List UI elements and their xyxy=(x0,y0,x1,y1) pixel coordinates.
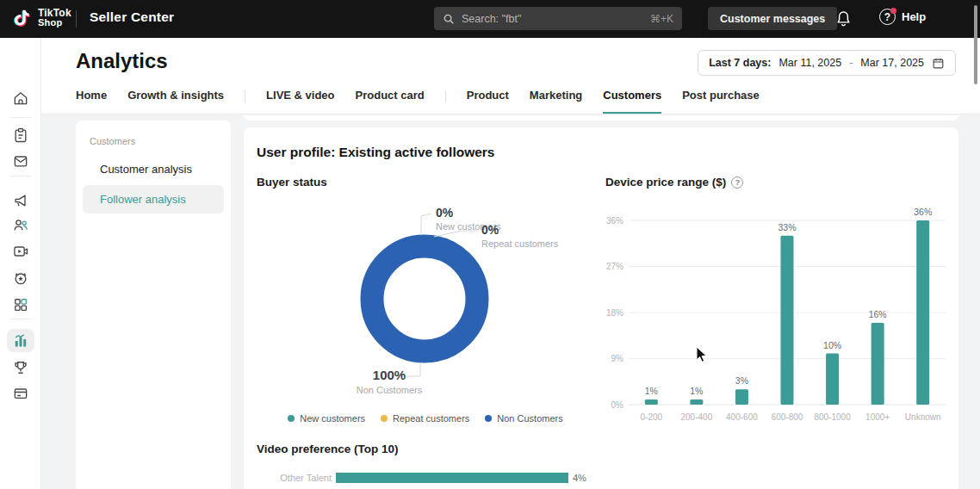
section-title: User profile: Existing active followers xyxy=(257,145,495,160)
analytics-tabs: HomeGrowth & insightsLIVE & videoProduct… xyxy=(76,84,760,114)
svg-text:36%: 36% xyxy=(606,216,623,226)
svg-text:0%: 0% xyxy=(436,206,454,220)
legend-item-non-customers: Non Customers xyxy=(485,413,562,424)
analytics-chart-icon[interactable] xyxy=(12,332,29,350)
search-placeholder: Search: "fbt" xyxy=(462,13,643,25)
svg-text:0%: 0% xyxy=(481,223,499,237)
hbar-category-label: Other Talent xyxy=(257,473,336,483)
page-title: Analytics xyxy=(76,49,168,73)
buyer-status-donut-chart: 0%New customers0%Repeat customers100%Non… xyxy=(257,194,594,405)
live-video-icon[interactable] xyxy=(12,243,29,260)
hbar-bar[interactable] xyxy=(336,473,568,483)
apps-grid-icon[interactable] xyxy=(12,296,29,313)
search-input[interactable]: Search: "fbt" ⌘+K xyxy=(434,7,682,30)
help-button[interactable]: ? Help xyxy=(879,9,926,25)
rewards-trophy-icon[interactable] xyxy=(12,359,29,376)
alarm-clock-icon[interactable] xyxy=(12,269,29,287)
svg-text:400-600: 400-600 xyxy=(726,412,758,422)
svg-text:1%: 1% xyxy=(645,386,658,396)
sidebar-item-customer-analysis[interactable]: Customer analysis xyxy=(83,155,224,183)
legend-dot xyxy=(485,415,492,422)
date-range-separator: - xyxy=(849,57,853,69)
tab-home[interactable]: Home xyxy=(76,89,107,114)
svg-text:18%: 18% xyxy=(606,308,623,318)
legend-dot xyxy=(288,415,295,422)
sidebar-group-label: Customers xyxy=(90,136,231,146)
legend-dot xyxy=(381,415,388,422)
legend-item-new-customers: New customers xyxy=(288,413,365,424)
svg-text:1%: 1% xyxy=(690,386,703,396)
svg-text:1000+: 1000+ xyxy=(865,412,890,422)
rail-divider xyxy=(10,117,31,118)
seller-center-page: TikTok Shop Seller Center Search: "fbt" … xyxy=(0,0,980,489)
tab-marketing[interactable]: Marketing xyxy=(530,89,582,114)
svg-text:10%: 10% xyxy=(823,340,841,350)
search-shortcut: ⌘+K xyxy=(650,13,673,25)
tab-post-purchase[interactable]: Post purchase xyxy=(682,89,760,114)
svg-text:0-200: 0-200 xyxy=(640,412,662,422)
svg-text:16%: 16% xyxy=(869,309,887,319)
svg-text:Repeat customers: Repeat customers xyxy=(481,238,559,249)
device-price-bar-chart: 0%9%18%27%36%1%0-2001%200-4003%400-60033… xyxy=(603,205,952,424)
home-icon[interactable] xyxy=(12,90,29,107)
svg-text:600-800: 600-800 xyxy=(772,412,803,422)
tab-separator xyxy=(245,90,245,102)
scrolled-card-edge xyxy=(244,115,958,121)
hbar-value-label: 4% xyxy=(568,473,586,483)
svg-text:200-400: 200-400 xyxy=(681,412,713,422)
tab-growth-insights[interactable]: Growth & insights xyxy=(127,89,224,114)
affiliates-users-icon[interactable] xyxy=(12,216,29,233)
svg-text:36%: 36% xyxy=(914,207,932,217)
finance-card-icon[interactable] xyxy=(12,385,29,402)
donut-legend: New customersRepeat customersNon Custome… xyxy=(257,413,594,424)
mouse-cursor xyxy=(696,346,708,367)
svg-text:0%: 0% xyxy=(611,400,624,410)
device-price-title: Device price range ($) ? xyxy=(605,176,743,189)
svg-text:33%: 33% xyxy=(778,222,796,232)
page-scrollbar[interactable] xyxy=(974,5,977,84)
tab-product-card[interactable]: Product card xyxy=(356,89,425,114)
customers-sidebar: Customers Customer analysisFollower anal… xyxy=(76,121,231,489)
calendar-icon xyxy=(932,57,945,70)
tiktok-note-icon xyxy=(12,7,33,29)
buyer-status-title: Buyer status xyxy=(257,176,327,189)
rail-divider xyxy=(10,319,31,319)
analytics-header: Analytics Last 7 days: Mar 11, 2025 - Ma… xyxy=(41,38,980,115)
svg-text:9%: 9% xyxy=(611,354,624,363)
svg-text:3%: 3% xyxy=(735,375,748,386)
date-range-end: Mar 17, 2025 xyxy=(860,57,924,69)
tab-live-video[interactable]: LIVE & video xyxy=(266,89,334,114)
top-bar: TikTok Shop Seller Center Search: "fbt" … xyxy=(0,0,980,38)
date-range-label: Last 7 days: xyxy=(709,57,771,69)
orders-clipboard-icon[interactable] xyxy=(12,127,29,144)
rail-divider xyxy=(10,176,31,176)
help-label: Help xyxy=(902,10,926,23)
logo-wordmark: TikTok Shop xyxy=(38,9,71,28)
help-notification-dot xyxy=(890,8,896,14)
tab-product[interactable]: Product xyxy=(467,89,509,114)
app-title: Seller Center xyxy=(90,9,174,25)
date-range-picker[interactable]: Last 7 days: Mar 11, 2025 - Mar 17, 2025 xyxy=(698,50,956,76)
date-range-start: Mar 11, 2025 xyxy=(778,57,841,69)
svg-text:100%: 100% xyxy=(373,368,406,382)
topbar-divider xyxy=(76,10,77,28)
video-preference-title: Video preference (Top 10) xyxy=(257,443,399,455)
notifications-bell-icon[interactable] xyxy=(834,9,853,31)
svg-text:800-1000: 800-1000 xyxy=(814,412,851,422)
svg-text:27%: 27% xyxy=(606,262,623,271)
svg-text:Unknown: Unknown xyxy=(905,412,941,422)
svg-text:Non Customers: Non Customers xyxy=(357,385,423,395)
info-tooltip-icon[interactable]: ? xyxy=(731,176,743,189)
search-icon xyxy=(443,13,455,25)
help-question-icon: ? xyxy=(879,9,896,25)
legend-item-repeat-customers: Repeat customers xyxy=(381,413,469,424)
inbox-mail-icon[interactable] xyxy=(12,152,29,170)
tiktok-shop-logo[interactable]: TikTok Shop xyxy=(12,7,71,29)
customer-messages-button[interactable]: Customer messages xyxy=(708,7,837,30)
promotions-megaphone-icon[interactable] xyxy=(12,192,29,209)
sidebar-item-follower-analysis[interactable]: Follower analysis xyxy=(83,185,224,214)
tab-separator xyxy=(445,90,446,102)
tab-customers[interactable]: Customers xyxy=(603,89,661,114)
user-profile-card: User profile: Existing active followers … xyxy=(244,127,958,489)
primary-sidebar-rail xyxy=(0,38,41,489)
